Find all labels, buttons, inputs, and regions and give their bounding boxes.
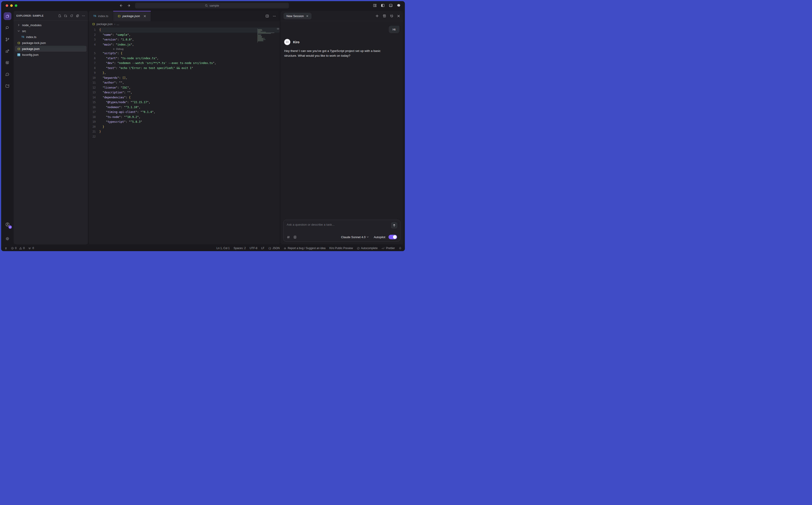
chevron-down-icon: [367, 236, 369, 238]
chat-bubble-icon[interactable]: [397, 3, 401, 7]
chat-header: New Session: [281, 11, 403, 21]
notifications-bell-icon[interactable]: [399, 247, 402, 250]
tree-item-index.ts[interactable]: TSindex.ts: [15, 34, 87, 40]
code-editor[interactable]: 1{2 "name": "sample",3 "version": "1.0.0…: [89, 27, 280, 244]
tsconfig-file-icon: TS: [17, 53, 20, 56]
code-line-14[interactable]: 14 "dependencies": {: [89, 95, 280, 100]
more-actions-icon[interactable]: [82, 14, 85, 17]
indentation[interactable]: Spaces: 2: [233, 246, 246, 250]
new-session-icon[interactable]: [375, 14, 379, 18]
chat-input-box[interactable]: Ask a question or describe a task... Cla…: [283, 220, 400, 241]
tree-item-package-lock.json[interactable]: {}package-lock.json: [15, 40, 87, 46]
encoding[interactable]: UTF-8: [250, 246, 257, 250]
editor-scrollbar[interactable]: [277, 27, 280, 244]
minimize-window-button[interactable]: [10, 4, 13, 7]
new-folder-icon[interactable]: [64, 14, 67, 17]
code-line-21[interactable]: 21}: [89, 129, 280, 134]
code-line-3[interactable]: 3 "version": "1.0.0",: [89, 37, 280, 42]
code-line-10[interactable]: 10 "keywords": [],: [89, 75, 280, 80]
code-line-15[interactable]: 15 "@types/node": "^22.15.17",: [89, 100, 280, 105]
cursor-position[interactable]: Ln 1, Col 1: [216, 246, 230, 250]
forward-arrow-icon[interactable]: [127, 4, 131, 7]
kiro-preview-label[interactable]: Kiro Public Preview: [329, 246, 353, 250]
task-list-icon[interactable]: [382, 14, 386, 18]
code-line-12[interactable]: 12 "license": "ISC",: [89, 86, 280, 91]
editor-more-icon[interactable]: [273, 14, 276, 18]
chevron-right-icon: [17, 24, 20, 26]
code-line-4[interactable]: 4 "main": "index.js",: [89, 42, 280, 47]
refresh-icon[interactable]: [70, 14, 73, 17]
close-tab-icon[interactable]: [143, 15, 146, 17]
source-control-icon[interactable]: [4, 35, 11, 43]
minimap[interactable]: [257, 28, 276, 43]
code-line-22[interactable]: 22: [89, 134, 280, 139]
tree-item-tsconfig.json[interactable]: TStsconfig.json: [15, 52, 87, 57]
code-line-16[interactable]: 16 "nodemon": "^3.1.10",: [89, 105, 280, 110]
search-view-icon[interactable]: [4, 24, 11, 32]
collapse-all-icon[interactable]: [76, 14, 79, 17]
code-line-13[interactable]: 13 "description": "",: [89, 90, 280, 95]
send-button[interactable]: [391, 222, 397, 228]
close-session-icon[interactable]: [306, 15, 309, 17]
tree-item-package.json[interactable]: {}package.json: [15, 46, 87, 52]
debug-icon[interactable]: [4, 47, 11, 55]
tab-index-ts[interactable]: TS index.ts: [89, 11, 113, 21]
extensions-icon[interactable]: [4, 59, 11, 66]
autopilot-toggle[interactable]: [388, 235, 397, 239]
code-line-11[interactable]: 11 "author": "",: [89, 80, 280, 86]
history-nav: [119, 4, 131, 7]
code-line-20[interactable]: 20 }: [89, 125, 280, 130]
language-mode[interactable]: {} JSON: [268, 246, 280, 250]
title-bar: sample: [1, 1, 405, 10]
code-line-18[interactable]: 18 "ts-node": "^10.9.2",: [89, 115, 280, 120]
session-tab[interactable]: New Session: [284, 13, 312, 19]
toggle-sidebar-icon[interactable]: [381, 3, 385, 7]
image-icon[interactable]: [293, 235, 297, 239]
code-line-6[interactable]: 6 "start": "ts-node src/index.ts",: [89, 56, 280, 61]
autocomplete-status[interactable]: Autocomplete: [357, 246, 377, 250]
history-icon[interactable]: [390, 14, 393, 18]
toggle-panel-icon[interactable]: [389, 3, 393, 7]
kiro-ghost-icon[interactable]: [4, 70, 11, 78]
explorer-icon[interactable]: [4, 12, 11, 20]
zoom-window-button[interactable]: [15, 4, 17, 7]
json-file-icon: {}: [17, 41, 20, 44]
ports-indicator[interactable]: 0: [28, 246, 34, 250]
tree-item-src[interactable]: src: [15, 28, 87, 34]
eol-sequence[interactable]: LF: [261, 246, 264, 250]
json-file-icon: {}: [118, 15, 121, 17]
split-editor-icon[interactable]: [265, 14, 269, 18]
code-line-9[interactable]: 9 },: [89, 70, 280, 75]
report-bug-item[interactable]: Report a bug / Suggest an idea: [284, 246, 325, 250]
model-selector[interactable]: Claude Sonnet 4.0: [341, 235, 369, 239]
new-file-icon[interactable]: [58, 14, 61, 17]
code-line-5[interactable]: 5 "scripts": {: [89, 51, 280, 56]
codelens-debug[interactable]: Debug: [89, 47, 280, 51]
breadcrumb[interactable]: {} package.json › ...: [89, 21, 280, 27]
chat-messages: Hi Kiro Hey there! I can see you've got …: [281, 21, 403, 220]
code-line-8[interactable]: 8 "test": "echo \"Error: no test specifi…: [89, 66, 280, 71]
code-line-17[interactable]: 17 "timing-api-client": "^0.1.4",: [89, 110, 280, 115]
command-search-bar[interactable]: sample: [135, 3, 289, 8]
close-panel-icon[interactable]: [397, 15, 400, 17]
folder-view-icon[interactable]: [4, 82, 11, 90]
back-arrow-icon[interactable]: [119, 4, 123, 7]
formatter-status[interactable]: Prettier: [381, 246, 395, 250]
settings-gear-icon[interactable]: [4, 235, 11, 242]
tab-package-json[interactable]: {} package.json: [113, 11, 151, 21]
code-line-7[interactable]: 7 "dev": "nodemon --watch 'src/**/*.ts' …: [89, 61, 280, 66]
context-hash-icon[interactable]: [287, 235, 290, 239]
layout-grid-icon[interactable]: [373, 3, 377, 7]
close-window-button[interactable]: [6, 4, 8, 7]
account-icon[interactable]: [4, 221, 11, 228]
line-number: 8: [89, 66, 99, 71]
json-file-icon: {}: [17, 47, 20, 50]
tree-item-node_modules[interactable]: node_modules: [15, 22, 87, 28]
code-line-19[interactable]: 19 "typescript": "^5.8.3": [89, 120, 280, 125]
remote-indicator[interactable]: [4, 246, 7, 250]
toggle-knob: [393, 235, 397, 239]
problems-indicator[interactable]: 0 0: [11, 246, 25, 250]
scrollbar-thumb[interactable]: [277, 28, 279, 30]
code-line-1[interactable]: 1{: [89, 27, 280, 32]
code-line-2[interactable]: 2 "name": "sample",: [89, 32, 280, 37]
